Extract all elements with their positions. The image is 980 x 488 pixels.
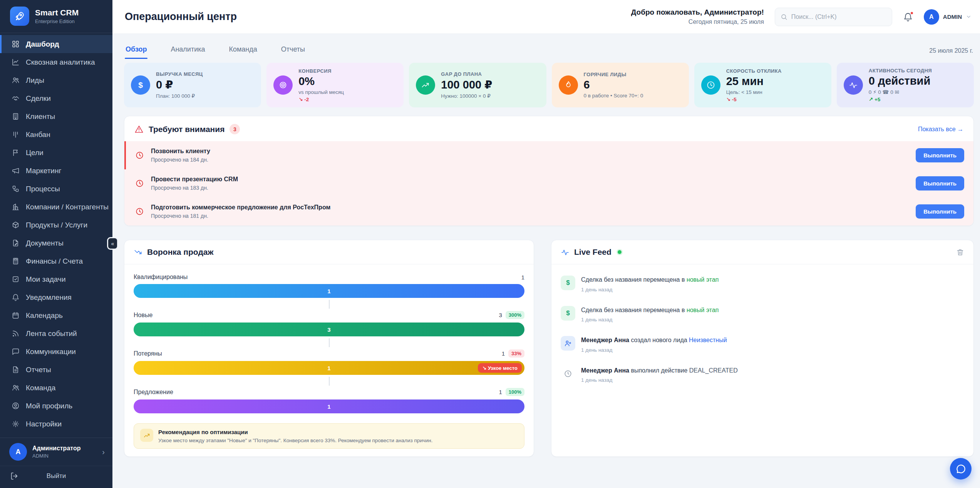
live-feed-title: Live Feed <box>574 247 611 257</box>
notification-dot <box>910 11 914 15</box>
funnel-bar-offer: 1 <box>134 399 524 413</box>
sidebar-item-analytics[interactable]: Сквозная аналитика <box>0 53 112 71</box>
kpi-card-hot-leads: ГОРЯЧИЕ ЛИДЫ 6 0 в работе • Score 70+: 0 <box>552 63 689 107</box>
chat-bubble-icon <box>956 464 966 474</box>
dashboard-icon <box>12 40 20 48</box>
tab-team[interactable]: Команда <box>228 42 258 59</box>
kanban-icon <box>12 130 20 139</box>
feed-link[interactable]: Неизвестный <box>689 337 727 343</box>
team-icon <box>12 384 20 392</box>
documents-icon <box>12 239 20 247</box>
sidebar-item-reports[interactable]: Отчеты <box>0 361 112 379</box>
clock-icon <box>135 207 144 216</box>
sidebar-item-products[interactable]: Продукты / Услуги <box>0 216 112 234</box>
feed-item: Менеджер Анна создал нового лида Неизвес… <box>561 332 964 362</box>
message-icon <box>12 348 20 356</box>
sidebar-item-kanban[interactable]: Канбан <box>0 125 112 144</box>
clock-icon <box>135 151 144 160</box>
sidebar-item-deals[interactable]: Сделки <box>0 89 112 107</box>
chevron-down-icon <box>966 14 972 20</box>
sidebar-item-communications[interactable]: Коммуникации <box>0 343 112 361</box>
deals-icon <box>12 94 20 102</box>
sidebar-item-tasks[interactable]: Мои задачи <box>0 270 112 288</box>
kpi-cards: $ ВЫРУЧКА МЕСЯЦ 0 ₽ План: 100 000 ₽ КОНВ… <box>124 63 974 107</box>
dollar-icon: $ <box>561 276 575 290</box>
funnel-connector <box>329 338 330 347</box>
funnel-bar-lost: 1 ↘ Узкое место <box>134 361 524 375</box>
user-plus-icon <box>561 336 575 351</box>
target-icon <box>273 75 293 95</box>
account-role-label: ADMIN <box>943 13 962 20</box>
trend-up: ↗ +5 <box>869 96 932 102</box>
sidebar-item-goals[interactable]: Цели <box>0 144 112 162</box>
processes-icon <box>12 185 20 193</box>
sidebar-item-notifications[interactable]: Уведомления <box>0 288 112 306</box>
search-input[interactable] <box>791 13 886 20</box>
app-logo: Smart CRM Enterprise Edition <box>0 0 112 33</box>
sidebar-item-marketing[interactable]: Маркетинг <box>0 162 112 180</box>
attention-title: Требуют внимания <box>149 125 224 134</box>
logout-icon <box>10 472 18 480</box>
leads-icon <box>12 76 20 84</box>
warning-icon <box>134 125 144 134</box>
complete-task-button[interactable]: Выполнить <box>916 204 964 219</box>
task-row: Подготовить коммерческое предложение для… <box>124 197 973 226</box>
funnel-connector <box>329 377 330 386</box>
clock-icon <box>701 75 720 95</box>
rss-icon <box>12 329 20 338</box>
stage-count: 1 <box>521 274 524 281</box>
sidebar-item-settings[interactable]: Настройки <box>0 415 112 433</box>
welcome-text: Добро пожаловать, Администратор! <box>631 8 764 17</box>
sales-funnel-panel: Воронка продаж Квалифицированы 1 1 Новые… <box>124 240 534 457</box>
stage-count: 3 <box>499 312 502 318</box>
notifications-icon <box>12 293 20 301</box>
user-name: Администратор <box>32 445 80 452</box>
attention-count-badge: 3 <box>230 124 240 134</box>
account-menu[interactable]: A ADMIN <box>924 9 972 25</box>
complete-task-button[interactable]: Выполнить <box>916 176 964 191</box>
funnel-title: Воронка продаж <box>147 247 213 257</box>
feed-link[interactable]: новый этап <box>687 276 719 283</box>
kpi-card-gap: GAP ДО ПЛАНА 100 000 ₽ Нужно: 100000 × 0… <box>409 63 546 107</box>
app-edition: Enterprise Edition <box>35 18 79 24</box>
tab-analytics[interactable]: Аналитика <box>170 42 206 59</box>
logout-label: Выйти <box>18 472 94 480</box>
feed-item: $ Сделка без названия перемещена в новый… <box>561 271 964 302</box>
show-all-link[interactable]: Показать все → <box>918 126 963 133</box>
clear-feed-button[interactable] <box>956 248 964 256</box>
sidebar-item-profile[interactable]: Мой профиль <box>0 397 112 415</box>
trend-down: ↘ -5 <box>726 96 782 102</box>
kpi-card-response-speed: СКОРОСТЬ ОТКЛИКА 25 мин Цель: < 15 мин ↘… <box>694 63 831 107</box>
content: Обзор Аналитика Команда Отчеты 25 июля 2… <box>112 34 980 488</box>
chevron-right-icon: › <box>102 448 105 456</box>
tab-overview[interactable]: Обзор <box>125 42 147 59</box>
stage-count: 1 <box>502 350 505 357</box>
feed-link[interactable]: новый этап <box>687 307 719 313</box>
sidebar-user[interactable]: A Администратор ADMIN › <box>0 438 112 466</box>
notifications-button[interactable] <box>903 12 913 22</box>
settings-icon <box>12 420 20 428</box>
sidebar-item-event-feed[interactable]: Лента событий <box>0 324 112 343</box>
sidebar-item-documents[interactable]: Документы <box>0 234 112 252</box>
stage-label: Квалифицированы <box>134 274 188 281</box>
tab-reports[interactable]: Отчеты <box>280 42 306 59</box>
funnel-bar-new: 3 <box>134 323 524 336</box>
sidebar-item-processes[interactable]: Процессы <box>0 180 112 198</box>
user-role: ADMIN <box>32 453 80 459</box>
sidebar-item-dashboard[interactable]: Дашборд <box>0 35 112 53</box>
sidebar-collapse-button[interactable]: « <box>107 237 118 250</box>
attention-panel: Требуют внимания 3 Показать все → Позвон… <box>124 116 974 226</box>
logout-button[interactable]: Выйти <box>0 466 112 488</box>
app-name: Smart CRM <box>35 8 79 17</box>
sidebar-item-leads[interactable]: Лиды <box>0 71 112 89</box>
sidebar-item-team[interactable]: Команда <box>0 379 112 397</box>
sidebar-item-calendar[interactable]: Календарь <box>0 306 112 324</box>
sidebar-item-clients[interactable]: Клиенты <box>0 107 112 125</box>
complete-task-button[interactable]: Выполнить <box>916 148 964 162</box>
today-text: Сегодня пятница, 25 июля <box>631 18 764 25</box>
conversion-badge: 33% <box>508 349 524 358</box>
sidebar-item-finance[interactable]: Финансы / Счета <box>0 252 112 270</box>
header: Операционный центр Добро пожаловать, Адм… <box>112 0 980 34</box>
sidebar-item-companies[interactable]: Компании / Контрагенты <box>0 198 112 216</box>
chat-button[interactable] <box>950 458 972 480</box>
